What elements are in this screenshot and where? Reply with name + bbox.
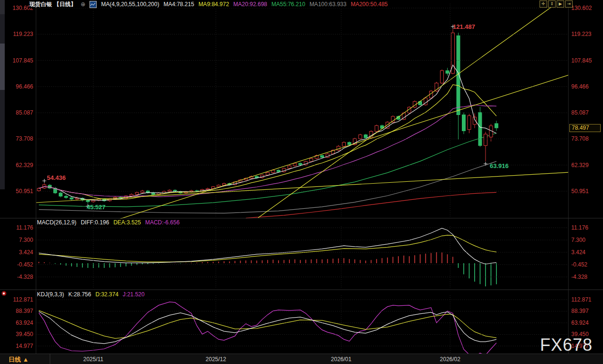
move-tool-icon[interactable]: ✛ bbox=[540, 0, 547, 8]
y-axis-label-right: 7.300 bbox=[571, 237, 585, 243]
playback-tool-icon[interactable]: ▶ bbox=[557, 0, 564, 8]
indicator-label-part: MACD:-6.656 bbox=[145, 219, 180, 226]
ma-legend-item: MA100:63.933 bbox=[309, 1, 346, 8]
tab-daily-period[interactable]: 日线 ▲ bbox=[9, 355, 29, 364]
y-axis-label-right: 85.087 bbox=[571, 109, 589, 116]
y-axis-label-left: 11.176 bbox=[0, 224, 33, 231]
x-axis-label: 2025/11 bbox=[83, 356, 104, 363]
ma-legend-item: MA200:50.485 bbox=[351, 1, 387, 8]
trading-chart-window: ✺ 现货白银 【日线】 ⊕ MA(4,9,20,55,100,200) MA4:… bbox=[0, 0, 603, 364]
y-axis-label-left: 85.087 bbox=[0, 109, 33, 116]
y-axis-label-left: 50.951 bbox=[0, 188, 33, 195]
y-axis-label-right: -0.452 bbox=[571, 261, 587, 268]
y-axis-label-right: 11.176 bbox=[571, 224, 588, 231]
chevron-up-icon: ▲ bbox=[23, 356, 29, 363]
x-axis-label: 2026/01 bbox=[331, 356, 351, 363]
y-axis-label-right: 50.951 bbox=[571, 188, 589, 195]
axis-scale-tool-icon[interactable]: ⇕ bbox=[548, 0, 556, 8]
price-annotation: 54.436 bbox=[47, 174, 66, 181]
y-axis-label-right: 73.708 bbox=[571, 135, 589, 142]
indicator-label-part: D:32.374 bbox=[95, 291, 118, 298]
y-axis-label-left: 73.708 bbox=[0, 135, 33, 142]
y-axis-label-left: 96.466 bbox=[0, 83, 33, 90]
y-axis-label-right: 88.397 bbox=[571, 308, 589, 314]
chart-toolbar: ✛⇕▶⇥ bbox=[540, 0, 573, 8]
ma-legend-item: MA4:78.215 bbox=[163, 1, 194, 8]
price-annotation: 45.527 bbox=[87, 204, 106, 211]
y-axis-label-left: 88.397 bbox=[0, 308, 33, 314]
y-axis-label-left: -4.328 bbox=[0, 274, 33, 280]
indicator-label-part: DEA:3.525 bbox=[113, 219, 141, 226]
indicator-label-part: K:28.756 bbox=[68, 291, 91, 298]
y-axis-label-right: 63.924 bbox=[571, 320, 589, 326]
y-axis-label-right: 130.602 bbox=[571, 5, 592, 11]
x-axis-label: 2025/12 bbox=[206, 356, 226, 363]
kdj-indicator-label: KDJ(9,3,3)K:28.756D:32.374J:21.520 bbox=[37, 291, 144, 298]
ma-legend-items: MA4:78.215MA9:84.972MA20:92.698MA55:76.2… bbox=[163, 1, 387, 8]
y-axis-label-right: 3.424 bbox=[571, 249, 585, 256]
ma-legend-item: MA9:84.972 bbox=[198, 1, 229, 8]
pan-right-tool-icon[interactable]: ⇥ bbox=[565, 0, 573, 8]
y-axis-label-left: -0.452 bbox=[0, 261, 33, 268]
chart-canvas[interactable] bbox=[0, 0, 603, 364]
indicator-label-part: DIFF:0.196 bbox=[81, 219, 109, 226]
y-axis-label-right: 119.223 bbox=[571, 31, 592, 37]
y-axis-label-left: 119.223 bbox=[0, 31, 33, 37]
y-axis-label-right: -4.328 bbox=[571, 274, 587, 280]
indicator-label-part: MACD(26,12,9) bbox=[37, 219, 76, 226]
main-chart-legend: 现货白银 【日线】 ⊕ MA(4,9,20,55,100,200) MA4:78… bbox=[29, 0, 391, 8]
y-axis-label-left: 3.424 bbox=[0, 249, 33, 256]
price-annotation: 121.487 bbox=[453, 23, 475, 30]
indicator-label-part: KDJ(9,3,3) bbox=[37, 291, 64, 298]
y-axis-label-left: 112.871 bbox=[0, 296, 33, 303]
indicator-settings-icon[interactable]: ⊕ bbox=[81, 1, 85, 8]
price-annotation: 63.916 bbox=[490, 162, 509, 169]
y-axis-label-right: 107.845 bbox=[571, 57, 592, 64]
y-axis-label-left: 63.924 bbox=[0, 320, 33, 326]
ma-legend-item: MA20:92.698 bbox=[234, 1, 267, 8]
y-axis-label-right: 62.329 bbox=[571, 162, 589, 169]
y-axis-label-left: 14.977 bbox=[0, 343, 33, 349]
fx678-watermark: FX678 bbox=[540, 335, 593, 355]
y-axis-label-left: 130.602 bbox=[0, 5, 33, 11]
y-axis-label-left: 39.450 bbox=[0, 331, 33, 337]
instrument-title: 现货白银 【日线】 bbox=[29, 0, 76, 9]
current-price-badge: 78.497 bbox=[569, 124, 601, 132]
y-axis-label-left: 107.845 bbox=[0, 57, 33, 64]
y-axis-label-right: 96.466 bbox=[571, 83, 589, 90]
ma-legend-item: MA55:76.210 bbox=[271, 1, 305, 8]
bottom-bar-separator bbox=[50, 354, 50, 364]
macd-indicator-label: MACD(26,12,9)DIFF:0.196DEA:3.525MACD:-6.… bbox=[37, 219, 180, 226]
mini-chart-icon[interactable] bbox=[90, 1, 97, 8]
y-axis-label-left: 62.329 bbox=[0, 162, 33, 169]
y-axis-label-right: 112.871 bbox=[571, 296, 592, 303]
indicator-label-part: J:21.520 bbox=[123, 291, 144, 298]
x-axis-label: 2026/02 bbox=[440, 356, 460, 363]
y-axis-label-left: 7.300 bbox=[0, 237, 33, 243]
ma-group-label: MA(4,9,20,55,100,200) bbox=[101, 1, 159, 8]
